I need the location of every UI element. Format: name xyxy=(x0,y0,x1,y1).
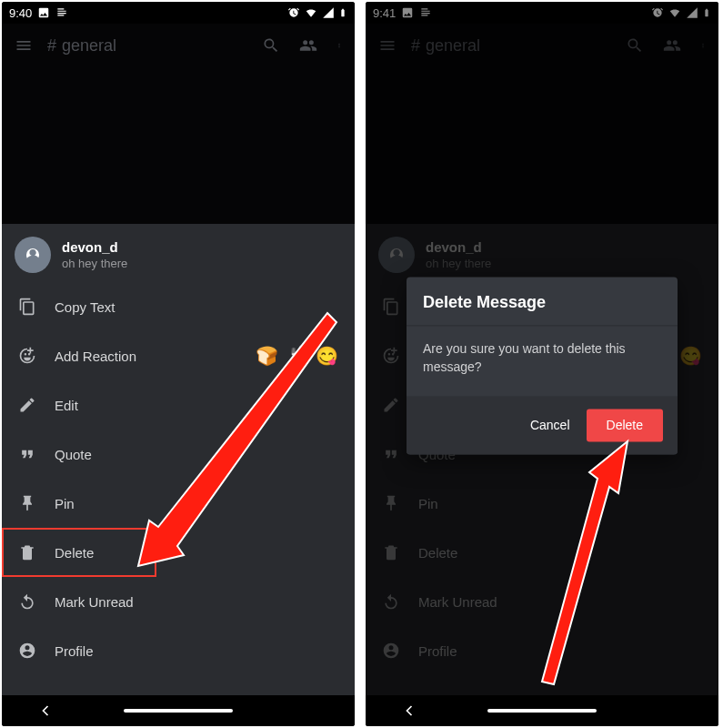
chat-area xyxy=(2,67,355,224)
phone-left: 9:40 # general xyxy=(2,2,355,726)
emoji-fork[interactable]: 🍴 xyxy=(286,345,308,367)
phone-right: 9:41 # general xyxy=(366,2,718,726)
alarm-icon xyxy=(287,6,300,19)
menu-pin[interactable]: Pin xyxy=(2,479,355,528)
reaction-icon xyxy=(18,347,36,365)
modal-body: Are you sure you want to delete this mes… xyxy=(407,326,678,396)
nav-back-icon[interactable] xyxy=(36,702,55,720)
status-time: 9:40 xyxy=(9,6,32,20)
delete-button[interactable]: Delete xyxy=(587,410,663,442)
svg-point-2 xyxy=(339,46,340,47)
android-nav xyxy=(2,695,355,726)
channel-name[interactable]: # general xyxy=(47,36,262,56)
menu-label: Quote xyxy=(55,447,338,462)
trash-icon xyxy=(18,543,36,561)
wifi-icon xyxy=(304,6,318,19)
pin-icon xyxy=(18,494,36,512)
menu-quote[interactable]: Quote xyxy=(2,430,355,479)
menu-label: Add Reaction xyxy=(55,349,256,364)
menu-icon[interactable] xyxy=(15,36,33,55)
note-icon xyxy=(55,6,68,19)
edit-icon xyxy=(18,396,36,414)
battery-icon xyxy=(338,6,347,19)
menu-copy-text[interactable]: Copy Text xyxy=(2,282,355,331)
menu-mark-unread[interactable]: Mark Unread xyxy=(2,577,355,626)
message-body: oh hey there xyxy=(62,257,127,270)
action-sheet: devon_d oh hey there Copy Text Add React… xyxy=(2,224,355,726)
menu-label: Profile xyxy=(55,643,338,659)
avatar xyxy=(15,237,51,273)
nav-home-pill[interactable] xyxy=(487,709,597,713)
hash-icon: # xyxy=(47,36,56,56)
status-bar: 9:40 xyxy=(2,2,355,24)
menu-label: Edit xyxy=(55,398,338,413)
modal-footer: Cancel Delete xyxy=(407,397,678,455)
image-icon xyxy=(37,6,50,19)
menu-label: Mark Unread xyxy=(55,594,338,610)
refresh-icon xyxy=(18,592,36,611)
signal-icon xyxy=(322,6,335,19)
emoji-smile[interactable]: 😋 xyxy=(316,345,338,367)
menu-label: Pin xyxy=(55,496,338,511)
menu-label: Delete xyxy=(55,545,140,561)
message-username: devon_d xyxy=(62,239,127,255)
profile-icon xyxy=(18,642,36,660)
members-icon[interactable] xyxy=(298,36,318,55)
message-header: devon_d oh hey there xyxy=(2,224,355,282)
svg-point-0 xyxy=(339,44,340,45)
nav-back-icon[interactable] xyxy=(400,702,418,720)
menu-profile[interactable]: Profile xyxy=(2,626,355,675)
menu-label: Copy Text xyxy=(55,299,338,315)
copy-icon xyxy=(18,298,36,316)
top-bar: # general xyxy=(2,24,355,67)
menu-edit[interactable]: Edit xyxy=(2,380,355,430)
search-icon[interactable] xyxy=(262,36,280,55)
delete-confirm-modal: Delete Message Are you sure you want to … xyxy=(407,277,678,454)
svg-point-1 xyxy=(339,46,340,46)
android-nav xyxy=(366,695,718,726)
nav-home-pill[interactable] xyxy=(124,709,233,713)
quote-icon xyxy=(18,445,36,463)
more-icon[interactable] xyxy=(336,36,342,55)
modal-title: Delete Message xyxy=(407,277,678,326)
menu-delete[interactable]: Delete xyxy=(2,528,156,577)
menu-add-reaction[interactable]: Add Reaction 🍞 🍴 😋 xyxy=(2,331,355,380)
emoji-bread[interactable]: 🍞 xyxy=(256,345,278,367)
cancel-button[interactable]: Cancel xyxy=(530,419,570,433)
